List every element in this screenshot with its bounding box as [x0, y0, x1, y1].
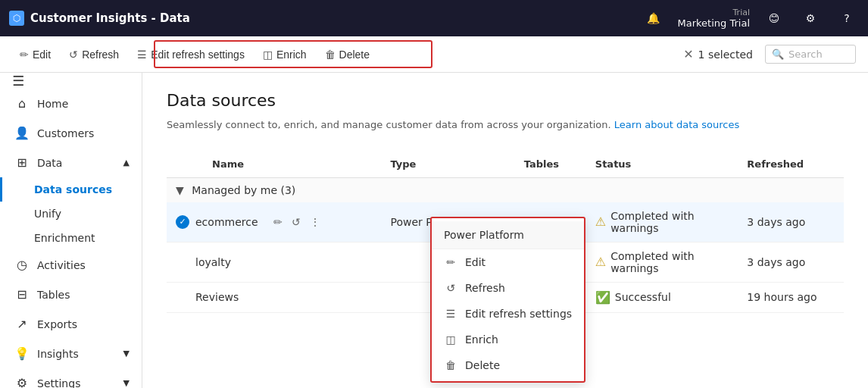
search-placeholder: Search — [788, 48, 823, 60]
enrich-icon: ◫ — [263, 48, 273, 61]
sidebar-item-data[interactable]: ⊞ Data ▲ — [0, 148, 142, 177]
context-menu-refresh[interactable]: ↺ Refresh — [432, 275, 584, 301]
exports-icon: ↗ — [14, 317, 30, 331]
context-edit-icon: ✏ — [444, 256, 457, 268]
context-delete-label: Delete — [465, 359, 500, 371]
row-name: ecommerce — [195, 216, 258, 228]
status-success-icon: ✅ — [595, 290, 610, 305]
context-enrich-icon: ◫ — [444, 333, 457, 346]
context-menu-header: Power Platform — [432, 221, 584, 249]
col-header-name: Name — [167, 151, 382, 178]
page-title: Data sources — [167, 91, 844, 110]
refresh-button[interactable]: ↺ Refresh — [61, 44, 126, 65]
context-menu-enrich[interactable]: ◫ Enrich — [432, 327, 584, 352]
delete-button[interactable]: 🗑 Delete — [317, 44, 377, 65]
sidebar: ☰ ⌂ Home 👤 Customers ⊞ Data ▲ Data sourc… — [0, 73, 142, 388]
sidebar-unify-label: Unify — [34, 208, 61, 220]
status-warning-icon: ⚠ — [595, 214, 606, 229]
sidebar-item-enrichment[interactable]: Enrichment — [0, 226, 142, 250]
col-header-status: Status — [586, 151, 738, 178]
status-text: Completed with warnings — [610, 250, 729, 274]
sidebar-item-tables[interactable]: ⊟ Tables — [0, 280, 142, 309]
learn-more-link[interactable]: Learn about data sources — [614, 119, 739, 130]
row-checkbox[interactable]: ✓ — [176, 215, 189, 229]
refresh-icon: ↺ — [69, 48, 78, 61]
home-icon: ⌂ — [14, 96, 30, 111]
row-more-btn[interactable]: ⋮ — [307, 214, 323, 230]
insights-icon: 💡 — [14, 346, 30, 361]
selected-badge: ✕ 1 selected — [683, 47, 753, 61]
sidebar-item-customers[interactable]: 👤 Customers — [0, 118, 142, 148]
row-edit-btn[interactable]: ✏ — [270, 214, 286, 230]
sidebar-item-data-sources[interactable]: Data sources — [0, 177, 142, 202]
context-menu-delete[interactable]: 🗑 Delete — [432, 352, 584, 378]
edit-refresh-settings-button[interactable]: ☰ Edit refresh settings — [130, 44, 252, 65]
topbar-right: 🔔 Trial Marketing Trial 😊 ⚙ ? — [642, 6, 860, 30]
td-status: ⚠ Completed with warnings — [586, 202, 738, 242]
context-enrich-label: Enrich — [465, 333, 498, 346]
sidebar-exports-label: Exports — [37, 318, 77, 330]
context-menu: Power Platform ✏ Edit ↺ Refresh ☰ Edit r… — [430, 217, 585, 383]
search-box[interactable]: 🔍 Search — [765, 45, 856, 64]
sidebar-item-activities[interactable]: ◷ Activities — [0, 250, 142, 280]
sidebar-item-insights[interactable]: 💡 Insights ▼ — [0, 339, 142, 368]
user-icon[interactable]: 😊 — [762, 6, 786, 30]
trial-label: Trial — [678, 8, 751, 17]
td-refreshed: 19 hours ago — [738, 282, 844, 312]
data-expand-icon: ▲ — [123, 158, 130, 167]
row-name: loyalty — [195, 256, 231, 268]
td-name: Reviews — [167, 282, 382, 312]
topbar: ⬡ Customer Insights - Data 🔔 Trial Marke… — [0, 0, 868, 36]
hamburger-button[interactable]: ☰ — [0, 73, 142, 89]
activities-icon: ◷ — [14, 258, 30, 272]
group-label: ▼ Managed by me (3) — [167, 177, 844, 202]
status-text: Successful — [615, 291, 671, 303]
settings-icon[interactable]: ⚙ — [798, 6, 823, 30]
context-edit-refresh-icon: ☰ — [444, 308, 457, 320]
sidebar-insights-label: Insights — [37, 348, 79, 360]
col-header-tables: Tables — [515, 151, 586, 178]
sidebar-enrichment-label: Enrichment — [34, 232, 95, 244]
help-icon[interactable]: ? — [835, 6, 859, 30]
context-menu-edit-refresh[interactable]: ☰ Edit refresh settings — [432, 301, 584, 327]
page-description: Seamlessly connect to, enrich, and manag… — [167, 117, 844, 133]
group-collapse-icon[interactable]: ▼ — [176, 184, 184, 196]
row-actions: ✏ ↺ ⋮ — [270, 214, 323, 230]
sidebar-home-label: Home — [37, 98, 68, 110]
context-edit-label: Edit — [465, 256, 486, 268]
context-delete-icon: 🗑 — [444, 359, 457, 371]
sidebar-item-exports[interactable]: ↗ Exports — [0, 309, 142, 339]
sidebar-item-settings[interactable]: ⚙ Settings ▼ — [0, 368, 142, 388]
enrich-button[interactable]: ◫ Enrich — [255, 44, 314, 65]
row-refresh-btn[interactable]: ↺ — [289, 214, 304, 230]
context-menu-edit[interactable]: ✏ Edit — [432, 249, 584, 275]
sidebar-customers-label: Customers — [37, 127, 94, 139]
context-refresh-icon: ↺ — [444, 282, 457, 294]
edit-refresh-icon: ☰ — [137, 48, 147, 61]
td-refreshed: 3 days ago — [738, 202, 844, 242]
edit-button[interactable]: ✏ Edit — [12, 44, 58, 65]
insights-expand-icon: ▼ — [123, 349, 130, 358]
delete-icon: 🗑 — [325, 48, 336, 61]
customers-icon: 👤 — [14, 126, 30, 140]
sidebar-data-sources-label: Data sources — [34, 183, 112, 196]
td-status: ⚠ Completed with warnings — [586, 242, 738, 282]
app-logo: ⬡ Customer Insights - Data — [9, 11, 190, 26]
notifications-icon[interactable]: 🔔 — [642, 6, 666, 30]
clear-selection-button[interactable]: ✕ — [683, 47, 693, 61]
data-icon: ⊞ — [14, 155, 30, 170]
sidebar-item-home[interactable]: ⌂ Home — [0, 89, 142, 118]
sidebar-tables-label: Tables — [37, 289, 70, 301]
td-name: loyalty — [167, 242, 382, 282]
status-text: Completed with warnings — [610, 210, 729, 234]
main-layout: ☰ ⌂ Home 👤 Customers ⊞ Data ▲ Data sourc… — [0, 73, 868, 388]
sidebar-item-unify[interactable]: Unify — [0, 202, 142, 226]
tables-icon: ⊟ — [14, 287, 30, 302]
td-refreshed: 3 days ago — [738, 242, 844, 282]
group-header-row: ▼ Managed by me (3) — [167, 177, 844, 202]
context-edit-refresh-label: Edit refresh settings — [465, 308, 572, 320]
settings-expand-icon: ▼ — [123, 378, 130, 388]
table-header: Name Type Tables Status Refreshed — [167, 151, 844, 178]
trial-name: Marketing Trial — [678, 17, 751, 29]
td-status: ✅ Successful — [586, 282, 738, 312]
